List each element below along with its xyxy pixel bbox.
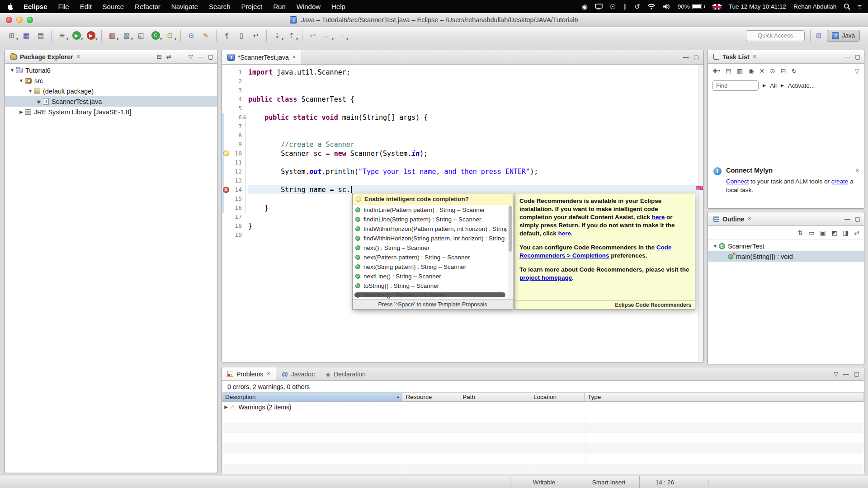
tab-package-explorer[interactable]: Package Explorer ✕ [9,50,82,63]
view-menu-button[interactable]: ▽ [189,54,193,60]
new-java-project-button[interactable]: ◱ [134,29,148,42]
open-perspective-button[interactable]: ⊞ [816,32,822,40]
error-marker-icon[interactable]: ✕ [223,187,229,193]
link[interactable]: Connect [726,178,749,185]
tree-arrow-icon[interactable]: ▼ [9,68,16,73]
completion-item[interactable]: findWithinHorizon(String pattern, int ho… [353,234,507,243]
focus-on-workweek-button[interactable]: ◉ [748,68,754,74]
tree-arrow-icon[interactable]: ▶ [222,404,230,409]
link[interactable]: project homepage [519,274,572,281]
maximize-button[interactable]: ▢ [208,54,213,60]
column-header-resource[interactable]: Resource [402,392,459,402]
link[interactable]: create [831,178,849,185]
view-menu-button[interactable]: ▽ [834,371,838,377]
code-line[interactable] [248,86,698,95]
tab-javadoc[interactable]: @Javadoc [276,367,320,380]
menubar-menu-refactor[interactable]: Refactor [129,3,166,10]
apple-menu[interactable] [6,3,14,10]
column-header-path[interactable]: Path [459,392,530,402]
search-button[interactable]: ⊙ [184,29,198,42]
junit-button[interactable]: ▧▾ [120,29,133,42]
close-icon[interactable]: ✕ [266,371,270,377]
sync-button[interactable]: ↻ [792,68,797,74]
tab-declaration[interactable]: ◈Declaration [320,367,371,380]
screen-record-icon[interactable]: ◉ [582,3,588,10]
external-tools-button[interactable]: ▶▾ [84,29,98,42]
minimize-button[interactable]: — [683,54,689,60]
code-line[interactable]: public class ScannerTest { [248,95,698,104]
code-line[interactable]: import java.util.Scanner; [248,68,698,77]
column-header-type[interactable]: Type [585,392,864,402]
back-button[interactable]: ←▾ [321,29,334,42]
maximize-button[interactable]: ▢ [855,54,860,60]
outline-item[interactable]: ▼CScannerTest [708,241,864,251]
link[interactable]: here [652,214,665,221]
new-class-button[interactable]: C▾ [149,29,162,42]
completion-item[interactable]: next(Pattern pattern) : String – Scanner [353,253,507,262]
coverage-button[interactable]: ▥▾ [105,29,119,42]
show-whitespace-button[interactable]: ¶ [220,29,234,42]
link-with-editor-button[interactable]: ⇄ [854,230,859,236]
code-line[interactable] [248,104,698,113]
print-button[interactable]: ▤ [34,29,47,42]
hide-fields-button[interactable]: ▭ [808,230,814,236]
java-perspective-button[interactable]: J Java [827,30,860,42]
outline-item[interactable]: main(String[]) : void [708,251,864,262]
menubar-menu-edit[interactable]: Edit [75,3,97,10]
menu-clock[interactable]: Tue 12 May 10:41:12 [729,3,786,10]
find-input[interactable] [712,80,759,91]
code-line[interactable] [248,176,698,185]
completion-item[interactable]: toString() : String – Scanner [353,281,507,291]
battery-status[interactable]: 90% [678,3,705,10]
hide-non-public-button[interactable]: ◩ [831,230,837,236]
app-menu-eclipse[interactable]: Eclipse [18,3,53,10]
code-line[interactable] [248,131,698,140]
run-button[interactable]: ▶▾ [70,29,83,42]
menubar-menu-file[interactable]: File [53,3,75,10]
sort-button[interactable]: ⇅ [798,230,803,236]
word-wrap-button[interactable]: ↵ [249,29,263,42]
close-icon[interactable]: ✕ [76,54,80,60]
hide-static-button[interactable]: ▣ [820,230,826,236]
menubar-menu-navigate[interactable]: Navigate [166,3,203,10]
package-explorer-item[interactable]: ▶JRE System Library [JavaSE-1.8] [5,107,217,117]
wifi-icon[interactable] [647,4,656,9]
input-language-flag-icon[interactable] [712,4,722,9]
close-window-button[interactable] [6,17,12,23]
link[interactable]: here [558,230,571,237]
code-line[interactable]: Scanner sc = new Scanner(System.in); [248,149,698,158]
package-explorer-item[interactable]: ▼Tutorial6 [5,65,217,75]
code-line[interactable] [248,122,698,131]
menubar-menu-source[interactable]: Source [97,3,130,10]
scrollbar-thumb[interactable] [509,206,512,252]
completion-scrollbar[interactable] [508,206,512,299]
package-explorer-item[interactable]: ▼(default package) [5,86,217,96]
code-line[interactable]: public static void main(String[] args) { [248,113,698,122]
tab-problems[interactable]: Problems✕ [222,367,276,380]
minimize-button[interactable]: — [844,54,850,60]
new-task-button[interactable]: ✚▾ [712,68,720,74]
collapse-all-button[interactable]: ⊟ [781,68,786,74]
accessibility-icon[interactable]: ☉ [610,3,616,10]
code-line[interactable]: //create a Scanner [248,140,698,149]
completion-item[interactable]: findInLine(Pattern pattern) : String – S… [353,205,507,215]
user-menu[interactable]: Rehan Abdullah [793,3,836,10]
quickfix-warning-marker-icon[interactable] [223,150,229,156]
menubar-menu-window[interactable]: Window [291,3,326,10]
tree-arrow-icon[interactable]: ▼ [27,89,34,94]
completion-item[interactable]: next() : String – Scanner [353,243,507,253]
save-button[interactable]: ▦ [19,29,33,42]
close-icon[interactable]: ✕ [753,54,757,60]
code-line[interactable] [248,77,698,86]
prev-annotation-button[interactable]: ⇡▾ [285,29,298,42]
block-selection-button[interactable]: ▯ [235,29,248,42]
zoom-window-button[interactable] [27,17,33,23]
overview-ruler[interactable] [698,65,703,362]
debug-button[interactable]: ✳▾ [55,29,69,42]
menubar-menu-help[interactable]: Help [326,3,351,10]
package-explorer-item[interactable]: ▼src [5,75,217,86]
menubar-menu-project[interactable]: Project [236,3,268,10]
window-title-bar[interactable]: J Java – Tutorial6/src/ScannerTest.java … [0,13,868,27]
mark-occurrences-button[interactable]: ✎ [199,29,212,42]
find-scope-all[interactable]: All [770,82,777,89]
